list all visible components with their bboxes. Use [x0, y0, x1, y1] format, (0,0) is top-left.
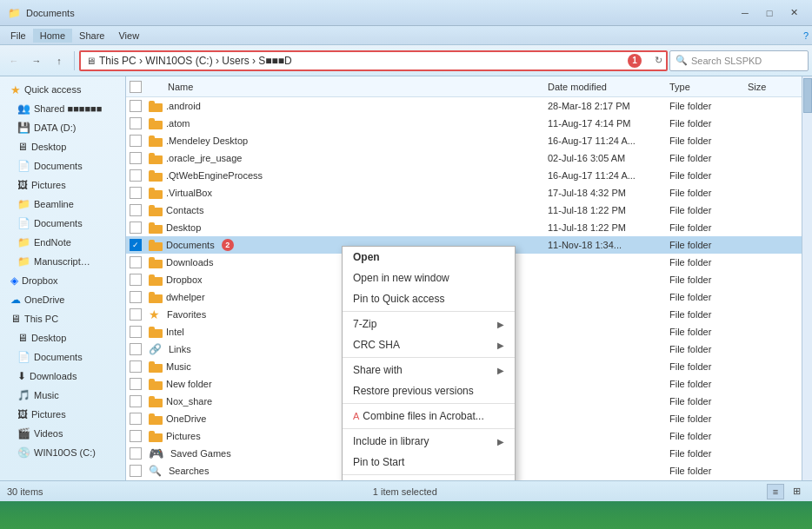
search-box[interactable]: 🔍 Search SLSPKD [669, 50, 809, 71]
row-checkbox[interactable] [130, 187, 142, 199]
sidebar-item-this-pc[interactable]: 🖥 This PC [0, 309, 125, 328]
sidebar-item-desktop[interactable]: 🖥 Desktop [0, 137, 125, 156]
row-checkbox[interactable] [130, 256, 142, 268]
file-date: 11-Aug-17 4:14 PM [548, 118, 669, 129]
ctx-crc-sha[interactable]: CRC SHA ▶ [343, 334, 515, 355]
row-checkbox[interactable] [130, 169, 142, 182]
menu-share[interactable]: Share [72, 29, 111, 43]
row-checkbox[interactable] [130, 343, 142, 355]
table-row[interactable]: .QtWebEngineProcess 16-Aug-17 11:24 A...… [126, 167, 812, 184]
scrollbar-vertical[interactable] [802, 76, 812, 480]
row-checkbox[interactable] [130, 465, 142, 477]
sidebar-item-music[interactable]: 🎵 Music [0, 386, 125, 405]
sidebar-item-documents2[interactable]: 📄 Documents [0, 214, 125, 233]
sidebar-label-videos: Videos [34, 428, 63, 439]
row-checkbox[interactable] [130, 100, 142, 112]
ctx-send-to[interactable]: Send to ▶ [343, 477, 515, 480]
view-details-button[interactable]: ≡ [767, 484, 784, 499]
sidebar-label-music: Music [34, 390, 59, 400]
row-checkbox[interactable] [130, 117, 142, 129]
sidebar-item-shared[interactable]: 👥 Shared ■■■■■■ [0, 99, 125, 118]
col-date[interactable]: Date modified [548, 82, 669, 92]
col-name[interactable]: Name [147, 82, 548, 92]
row-checkbox[interactable] [130, 204, 142, 216]
row-checkbox[interactable] [130, 152, 142, 164]
sidebar-item-desktop2[interactable]: 🖥 Desktop [0, 328, 125, 347]
refresh-icon[interactable]: ↻ [655, 55, 662, 66]
sidebar-item-documents[interactable]: 📄 Documents [0, 156, 125, 175]
back-button[interactable]: ← [3, 50, 24, 71]
search-icon: 🔍 [676, 55, 688, 66]
file-type: File folder [669, 153, 748, 163]
sidebar-item-onedrive[interactable]: ☁ OneDrive [0, 290, 125, 309]
sidebar-item-pictures2[interactable]: 🖼 Pictures [0, 405, 125, 424]
help-button[interactable]: ? [803, 30, 809, 41]
docs2-icon: 📄 [17, 217, 30, 229]
sidebar-item-pictures[interactable]: 🖼 Pictures [0, 175, 125, 195]
row-checkbox[interactable] [130, 413, 142, 425]
row-checkbox[interactable] [130, 222, 142, 234]
row-checkbox[interactable] [130, 326, 142, 338]
sidebar-item-videos[interactable]: 🎬 Videos [0, 424, 125, 443]
ctx-open[interactable]: Open [343, 247, 515, 268]
row-checkbox[interactable] [130, 308, 142, 321]
row-checkbox[interactable] [130, 378, 142, 390]
table-row[interactable]: .atom 11-Aug-17 4:14 PM File folder [126, 115, 812, 132]
col-type[interactable]: Type [669, 82, 748, 92]
forward-button[interactable]: → [26, 50, 47, 71]
table-row[interactable]: .oracle_jre_usage 02-Jul-16 3:05 AM File… [126, 149, 812, 167]
sidebar-item-manuscript[interactable]: 📁 Manuscript… [0, 252, 125, 271]
minimize-button[interactable]: ─ [734, 4, 756, 22]
table-row[interactable]: .Mendeley Desktop 16-Aug-17 11:24 A... F… [126, 132, 812, 149]
row-checkbox-checked[interactable]: ✓ [130, 239, 142, 251]
ctx-restore-versions[interactable]: Restore previous versions [343, 380, 515, 401]
sidebar-item-documents3[interactable]: 📄 Documents [0, 347, 125, 367]
view-large-icons-button[interactable]: ⊞ [788, 484, 805, 499]
file-type: File folder [669, 327, 748, 337]
row-checkbox[interactable] [130, 274, 142, 286]
sidebar-item-quick-access[interactable]: ★ Quick access [0, 80, 125, 99]
ctx-7zip[interactable]: 7-Zip ▶ [343, 314, 515, 334]
sidebar-label-onedrive: OneDrive [24, 294, 64, 305]
sidebar-item-dropbox[interactable]: ◈ Dropbox [0, 271, 125, 290]
ctx-open-new-window[interactable]: Open in new window [343, 268, 515, 288]
table-row[interactable]: Contacts 11-Jul-18 1:22 PM File folder [126, 202, 812, 219]
menu-view[interactable]: View [111, 29, 146, 43]
close-button[interactable]: ✕ [782, 4, 805, 22]
row-checkbox[interactable] [130, 430, 142, 442]
file-name-text: Documents [166, 240, 215, 250]
header-checkbox[interactable] [130, 81, 147, 93]
scrollbar-thumb[interactable] [803, 78, 812, 113]
sidebar-item-win10os[interactable]: 💿 WIN10OS (C:) [0, 443, 125, 462]
table-row[interactable]: .VirtualBox 17-Jul-18 4:32 PM File folde… [126, 184, 812, 202]
table-row[interactable]: .android 28-Mar-18 2:17 PM File folder [126, 97, 812, 115]
ctx-share-with[interactable]: Share with ▶ [343, 360, 515, 380]
row-checkbox[interactable] [130, 395, 142, 407]
sidebar-item-endnote[interactable]: 📁 EndNote [0, 233, 125, 252]
folder-icon [149, 222, 163, 234]
address-bar[interactable]: 🖥 This PC › WIN10OS (C:) › Users › S■■■D… [79, 50, 668, 71]
ctx-combine-acrobat[interactable]: A Combine files in Acrobat... [343, 406, 515, 427]
menu-home[interactable]: Home [33, 29, 72, 43]
row-checkbox[interactable] [130, 291, 142, 303]
ctx-include-library[interactable]: Include in library ▶ [343, 431, 515, 452]
sidebar-item-downloads[interactable]: ⬇ Downloads [0, 367, 125, 386]
ctx-sep5 [343, 474, 515, 475]
select-all-checkbox[interactable] [130, 81, 142, 93]
ctx-pin-quick-access[interactable]: Pin to Quick access [343, 288, 515, 309]
menu-file[interactable]: File [3, 29, 33, 43]
sidebar-item-beamline[interactable]: 📁 Beamline [0, 195, 125, 214]
file-date: 16-Aug-17 11:24 A... [548, 136, 669, 146]
sidebar-item-data-drive[interactable]: 💾 DATA (D:) [0, 118, 125, 137]
maximize-button[interactable]: □ [758, 4, 781, 22]
row-checkbox[interactable] [130, 135, 142, 147]
table-row[interactable]: Desktop 11-Jul-18 1:22 PM File folder [126, 219, 812, 236]
endnote-icon: 📁 [17, 236, 30, 248]
row-checkbox[interactable] [130, 360, 142, 373]
ctx-pin-start[interactable]: Pin to Start [343, 452, 515, 473]
folder-icon [149, 239, 163, 251]
file-date: 16-Aug-17 11:24 A... [548, 170, 669, 181]
col-size[interactable]: Size [748, 82, 809, 92]
row-checkbox[interactable] [130, 447, 142, 460]
up-button[interactable]: ↑ [49, 50, 70, 71]
